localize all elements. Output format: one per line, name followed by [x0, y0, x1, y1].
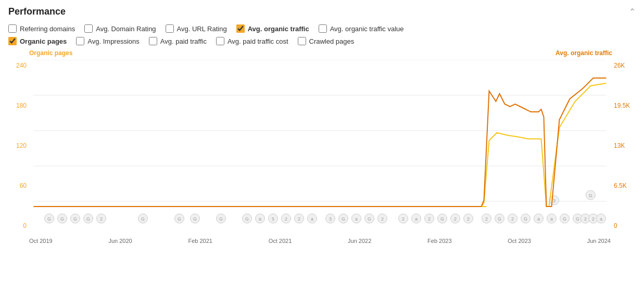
widget-header: Performance ⌃ — [8, 6, 636, 17]
svg-text:2: 2 — [381, 216, 384, 222]
svg-text:2: 2 — [511, 216, 514, 222]
svg-text:G: G — [589, 193, 592, 198]
svg-text:2: 2 — [454, 216, 457, 222]
x-axis-labels: Oct 2019 Jun 2020 Feb 2021 Oct 2021 Jun … — [29, 237, 611, 244]
svg-text:2: 2 — [285, 216, 287, 222]
svg-text:2: 2 — [584, 216, 587, 222]
checkboxes-row-1: Referring domains Avg. Domain Rating Avg… — [8, 24, 636, 33]
x-label-jun2022: Jun 2022 — [348, 238, 371, 244]
checkbox-avg-impressions[interactable]: Avg. Impressions — [76, 37, 139, 45]
svg-text:a: a — [537, 216, 540, 222]
checkbox-avg-paid-traffic[interactable]: Avg. paid traffic — [149, 37, 207, 45]
svg-text:G: G — [563, 216, 566, 222]
svg-text:G: G — [60, 216, 64, 222]
svg-text:G: G — [47, 216, 51, 222]
svg-text:a: a — [415, 216, 418, 222]
chart-svg: G G G G 2 G G G — [29, 60, 611, 237]
svg-text:a: a — [311, 216, 313, 222]
svg-text:2: 2 — [298, 216, 300, 222]
chart-legend: Organic pages Avg. organic traffic — [8, 49, 636, 57]
x-label-feb2021: Feb 2021 — [188, 238, 212, 244]
svg-text:G: G — [576, 216, 579, 222]
y-axis-right: 26K 19.5K 13K 6.5K 0 — [611, 60, 636, 244]
svg-text:a: a — [259, 216, 261, 222]
checkbox-avg-domain-rating[interactable]: Avg. Domain Rating — [84, 24, 156, 33]
checkboxes-row-2: Organic pages Avg. Impressions Avg. paid… — [8, 37, 636, 45]
performance-widget: Performance ⌃ Referring domains Avg. Dom… — [0, 0, 644, 296]
y-axis-left: 240 180 120 60 0 — [8, 60, 29, 244]
checkbox-crawled-pages[interactable]: Crawled pages — [298, 37, 355, 45]
chart-svg-container: G G G G 2 G G G — [29, 60, 611, 244]
svg-text:G: G — [178, 216, 181, 222]
svg-text:a: a — [355, 216, 358, 222]
x-label-oct2019: Oct 2019 — [29, 238, 53, 244]
svg-text:3: 3 — [329, 216, 332, 222]
svg-text:G: G — [193, 216, 197, 222]
x-label-feb2023: Feb 2023 — [427, 238, 451, 244]
chart-area: 240 180 120 60 0 — [8, 60, 636, 244]
checkbox-referring-domains[interactable]: Referring domains — [8, 24, 75, 33]
svg-text:G: G — [141, 216, 145, 222]
svg-text:G: G — [86, 216, 90, 222]
legend-avg-organic-traffic: Avg. organic traffic — [555, 49, 612, 57]
svg-text:G: G — [73, 216, 77, 222]
svg-text:a: a — [550, 216, 553, 222]
checkbox-avg-organic-traffic-value[interactable]: Avg. organic traffic value — [319, 24, 404, 33]
x-label-jun2024: Jun 2024 — [587, 238, 611, 244]
checkbox-avg-url-rating[interactable]: Avg. URL Rating — [166, 24, 227, 33]
svg-text:2: 2 — [402, 216, 405, 222]
svg-text:G: G — [368, 216, 371, 222]
svg-text:G: G — [219, 216, 223, 222]
svg-text:3: 3 — [553, 198, 555, 203]
x-label-oct2023: Oct 2023 — [508, 238, 531, 244]
svg-text:2: 2 — [592, 216, 595, 222]
checkbox-avg-paid-traffic-cost[interactable]: Avg. paid traffic cost — [216, 37, 288, 45]
svg-text:G: G — [498, 216, 501, 222]
svg-text:2: 2 — [485, 216, 488, 222]
legend-organic-pages: Organic pages — [29, 49, 72, 57]
x-label-oct2021: Oct 2021 — [269, 238, 292, 244]
svg-text:5: 5 — [272, 216, 274, 222]
svg-text:G: G — [342, 216, 345, 222]
svg-text:G: G — [524, 216, 527, 222]
svg-text:a: a — [600, 216, 602, 222]
svg-text:G: G — [440, 216, 444, 222]
svg-text:2: 2 — [428, 216, 431, 222]
widget-title: Performance — [8, 6, 66, 17]
x-label-jun2020: Jun 2020 — [108, 238, 132, 244]
checkbox-avg-organic-traffic[interactable]: Avg. organic traffic — [236, 24, 309, 33]
svg-text:2: 2 — [467, 216, 470, 222]
svg-text:G: G — [245, 216, 249, 222]
collapse-icon[interactable]: ⌃ — [629, 7, 636, 17]
checkbox-organic-pages[interactable]: Organic pages — [8, 37, 67, 45]
svg-text:2: 2 — [100, 216, 103, 222]
